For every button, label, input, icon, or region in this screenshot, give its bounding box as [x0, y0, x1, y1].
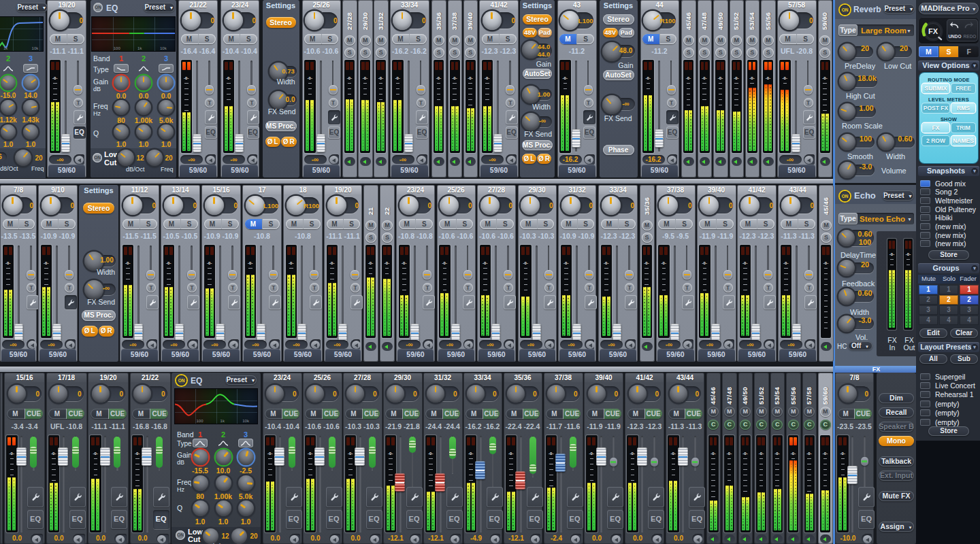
svg-text:FX: FX	[928, 27, 938, 35]
